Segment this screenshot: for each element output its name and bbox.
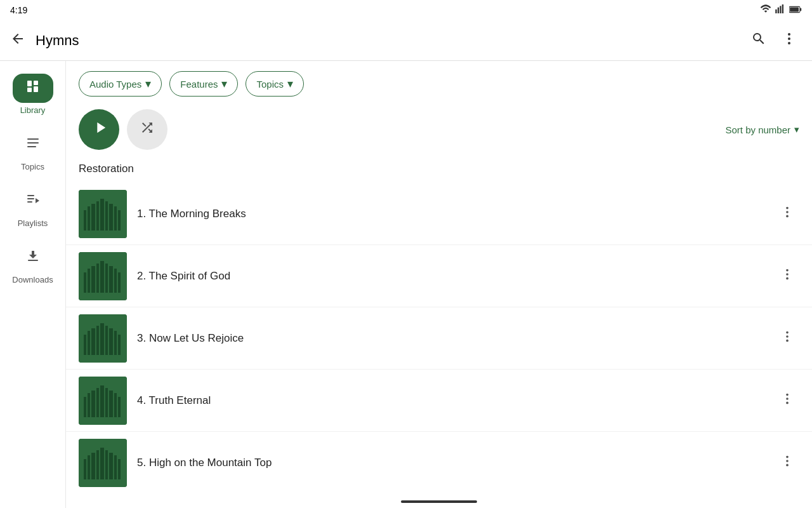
song-thumbnail-4: [79, 377, 127, 425]
chip-topics-arrow-icon: ▾: [287, 77, 293, 91]
song-more-button-5[interactable]: [775, 449, 799, 477]
svg-point-33: [786, 211, 789, 213]
sidebar-item-library[interactable]: Library: [0, 66, 65, 123]
downloads-icon: [25, 250, 41, 267]
svg-rect-51: [91, 328, 95, 355]
status-bar: 4:19: [0, 0, 812, 20]
svg-point-73: [786, 401, 789, 404]
topics-icon: [25, 137, 41, 154]
svg-point-58: [786, 331, 789, 333]
chip-features-label: Features: [180, 79, 218, 90]
sidebar-item-topics[interactable]: Topics: [0, 123, 65, 179]
app-title: Hymns: [36, 32, 746, 49]
svg-rect-66: [100, 385, 104, 417]
main-layout: Library Topics Playlists: [0, 61, 812, 508]
app-bar-actions: [746, 26, 802, 55]
svg-rect-18: [27, 198, 34, 199]
sidebar: Library Topics Playlists: [0, 61, 66, 508]
section-title: Restoration: [66, 157, 812, 183]
chip-features[interactable]: Features ▾: [169, 71, 238, 97]
svg-point-84: [786, 456, 789, 458]
song-more-button-1[interactable]: [775, 200, 799, 228]
svg-rect-16: [27, 146, 36, 147]
svg-point-71: [786, 393, 789, 396]
status-time: 4:19: [10, 5, 27, 15]
svg-rect-36: [84, 272, 86, 293]
svg-point-72: [786, 398, 789, 400]
svg-rect-38: [91, 266, 95, 293]
svg-rect-83: [118, 459, 121, 479]
svg-rect-25: [91, 204, 95, 231]
svg-rect-52: [96, 326, 99, 355]
play-icon: [91, 119, 109, 141]
svg-rect-14: [27, 138, 39, 140]
svg-point-8: [788, 37, 790, 40]
list-item[interactable]: 2. The Spirit of God: [66, 245, 812, 307]
svg-rect-55: [109, 328, 113, 355]
chip-audio-types[interactable]: Audio Types ▾: [79, 71, 162, 97]
list-item[interactable]: 4. Truth Eternal: [66, 370, 812, 432]
svg-rect-41: [105, 264, 108, 293]
shuffle-icon: [140, 120, 155, 139]
list-item[interactable]: 5. High on the Mountain Top: [66, 432, 812, 494]
more-options-button[interactable]: [776, 26, 802, 55]
svg-rect-31: [118, 210, 121, 231]
svg-rect-5: [800, 8, 801, 11]
svg-rect-78: [96, 450, 99, 479]
svg-rect-62: [84, 397, 86, 417]
svg-rect-81: [109, 453, 113, 479]
song-thumbnail-3: [79, 314, 127, 363]
svg-rect-76: [88, 455, 90, 479]
svg-point-9: [788, 42, 790, 44]
svg-rect-43: [114, 269, 117, 293]
svg-point-59: [786, 335, 789, 338]
shuffle-button[interactable]: [127, 109, 167, 150]
sidebar-item-playlists[interactable]: Playlists: [0, 179, 65, 236]
svg-rect-65: [96, 388, 99, 417]
sidebar-label-topics: Topics: [21, 162, 44, 171]
chip-audio-types-label: Audio Types: [89, 79, 141, 90]
wifi-icon: [760, 4, 771, 16]
song-title-2: 2. The Spirit of God: [137, 270, 775, 283]
song-title-1: 1. The Morning Breaks: [137, 208, 775, 220]
svg-point-45: [786, 269, 789, 271]
list-item[interactable]: 1. The Morning Breaks: [66, 183, 812, 245]
svg-rect-19: [27, 201, 32, 203]
svg-rect-17: [27, 195, 34, 196]
svg-point-7: [788, 33, 790, 36]
battery-icon: [789, 4, 802, 16]
home-indicator: [401, 500, 477, 503]
svg-rect-80: [105, 450, 108, 479]
song-more-button-4[interactable]: [775, 387, 799, 415]
svg-rect-0: [775, 10, 776, 13]
svg-rect-70: [118, 397, 121, 417]
svg-rect-29: [109, 204, 113, 231]
sort-button[interactable]: Sort by number ▾: [725, 124, 799, 135]
svg-rect-53: [100, 323, 104, 355]
sidebar-label-library: Library: [20, 105, 46, 115]
svg-rect-2: [780, 6, 781, 13]
svg-rect-1: [778, 8, 779, 13]
svg-rect-79: [100, 448, 104, 479]
svg-point-86: [786, 464, 789, 467]
svg-rect-44: [118, 272, 121, 293]
list-item[interactable]: 3. Now Let Us Rejoice: [66, 307, 812, 370]
song-more-button-3[interactable]: [775, 324, 799, 352]
svg-rect-40: [100, 261, 104, 293]
song-more-button-2[interactable]: [775, 262, 799, 290]
svg-marker-20: [36, 198, 39, 203]
svg-rect-77: [91, 453, 95, 479]
svg-rect-6: [790, 8, 799, 12]
search-button[interactable]: [746, 26, 771, 55]
play-button[interactable]: [79, 109, 119, 150]
svg-point-34: [786, 215, 789, 217]
song-thumbnail-1: [79, 190, 127, 238]
sidebar-item-downloads[interactable]: Downloads: [0, 236, 65, 292]
svg-rect-57: [118, 335, 121, 355]
bottom-bar: [66, 495, 812, 508]
svg-rect-64: [91, 391, 95, 417]
svg-rect-63: [88, 393, 90, 417]
back-button[interactable]: [10, 31, 25, 50]
chip-topics[interactable]: Topics ▾: [246, 71, 304, 97]
filter-bar: Audio Types ▾ Features ▾ Topics ▾: [66, 61, 812, 107]
